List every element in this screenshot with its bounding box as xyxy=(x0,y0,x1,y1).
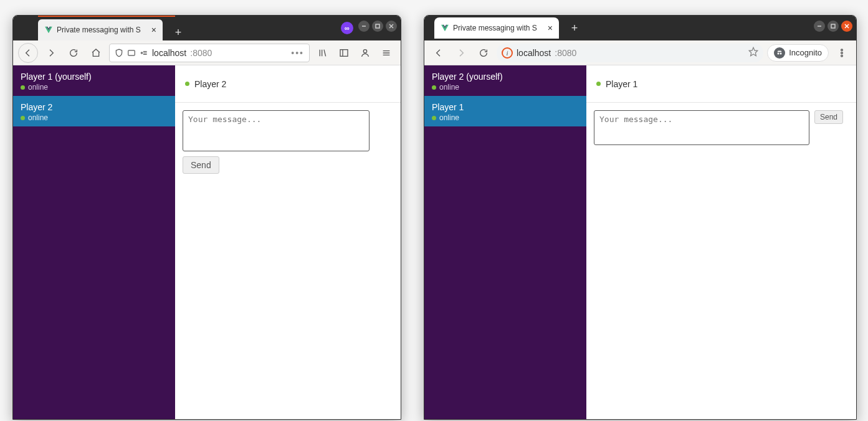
online-dot-icon xyxy=(21,116,25,120)
new-tab-button[interactable]: + xyxy=(566,20,583,36)
tab-strip: Private messaging with S × + ∞ xyxy=(13,16,401,40)
svg-line-11 xyxy=(324,49,326,56)
status-row: online xyxy=(21,83,168,92)
app-content: Player 1 (yourself) online Player 2 onli… xyxy=(13,65,401,419)
reload-button[interactable] xyxy=(64,44,83,62)
incognito-badge[interactable]: Incognito xyxy=(767,44,829,62)
vue-icon xyxy=(44,26,53,34)
svg-point-14 xyxy=(363,49,366,52)
chat-main: Player 1 Send xyxy=(586,65,856,419)
url-actions-icon[interactable]: ••• xyxy=(291,48,304,58)
svg-rect-12 xyxy=(340,49,348,56)
minimize-button[interactable] xyxy=(358,21,370,32)
message-input[interactable] xyxy=(594,110,809,145)
online-dot-icon xyxy=(596,82,601,86)
maximize-button[interactable] xyxy=(372,21,383,32)
home-button[interactable] xyxy=(87,44,105,62)
browser-tab[interactable]: Private messaging with S × xyxy=(38,19,163,40)
back-button[interactable] xyxy=(18,43,38,63)
user-name-label: Player 1 xyxy=(432,102,579,112)
send-button[interactable]: Send xyxy=(183,156,219,174)
online-dot-icon xyxy=(185,82,189,86)
extension-badge-icon[interactable]: ∞ xyxy=(341,22,353,34)
svg-marker-22 xyxy=(750,47,758,55)
url-bar[interactable]: i localhost:8080 xyxy=(497,44,763,62)
app-content: Player 2 (yourself) online Player 1 onli… xyxy=(424,65,856,419)
minimize-button[interactable] xyxy=(814,21,825,32)
site-info-icon[interactable]: i xyxy=(502,47,513,59)
back-button[interactable] xyxy=(429,44,448,62)
url-host-text: localhost xyxy=(152,48,186,58)
close-tab-icon[interactable]: × xyxy=(151,26,156,34)
account-button[interactable] xyxy=(356,44,374,62)
status-label: online xyxy=(28,83,48,92)
status-row: online xyxy=(432,113,579,122)
user-name-label: Player 1 (yourself) xyxy=(21,72,168,82)
compose-area: Send xyxy=(586,103,856,153)
user-name-label: Player 2 (yourself) xyxy=(432,72,579,82)
status-label: online xyxy=(439,113,459,122)
status-label: online xyxy=(28,113,48,122)
svg-rect-4 xyxy=(128,50,135,55)
shield-icon[interactable] xyxy=(115,49,123,57)
menu-button[interactable] xyxy=(832,44,851,62)
chat-recipient-name: Player 2 xyxy=(194,79,226,89)
svg-point-5 xyxy=(141,52,142,53)
browser-toolbar: localhost:8080 ••• xyxy=(13,40,401,65)
close-window-button[interactable] xyxy=(841,21,852,32)
chat-header: Player 2 xyxy=(175,65,401,103)
svg-rect-19 xyxy=(831,24,835,28)
permissions-icon[interactable] xyxy=(140,49,148,57)
send-button[interactable]: Send xyxy=(814,110,843,124)
online-dot-icon xyxy=(21,85,25,90)
vue-icon xyxy=(441,24,449,32)
status-row: online xyxy=(432,83,579,92)
close-window-button[interactable] xyxy=(386,21,397,32)
browser-toolbar: i localhost:8080 Incognito xyxy=(424,40,856,65)
new-tab-button[interactable]: + xyxy=(170,24,186,40)
info-icon[interactable] xyxy=(127,49,136,57)
sidebar-user-player1[interactable]: Player 1 online xyxy=(424,96,586,126)
browser-window-firefox: Private messaging with S × + ∞ localhost… xyxy=(12,15,401,420)
users-sidebar: Player 1 (yourself) online Player 2 onli… xyxy=(13,65,175,419)
online-dot-icon xyxy=(432,85,436,90)
menu-button[interactable] xyxy=(377,44,396,62)
sidebar-user-self[interactable]: Player 1 (yourself) online xyxy=(13,65,175,96)
browser-window-chrome: Private messaging with S × + i localhost… xyxy=(424,15,857,420)
online-dot-icon xyxy=(432,116,436,120)
url-host-text: localhost xyxy=(517,48,551,58)
url-port-text: :8080 xyxy=(190,48,212,58)
user-name-label: Player 2 xyxy=(21,102,168,112)
message-input[interactable] xyxy=(183,110,370,151)
maximize-button[interactable] xyxy=(827,21,839,32)
reload-button[interactable] xyxy=(474,44,493,62)
sidebar-button[interactable] xyxy=(335,44,353,62)
forward-button[interactable] xyxy=(42,44,60,62)
tab-strip: Private messaging with S × + xyxy=(424,16,856,40)
svg-point-26 xyxy=(841,52,843,54)
browser-tab[interactable]: Private messaging with S × xyxy=(434,17,559,39)
close-tab-icon[interactable]: × xyxy=(548,24,553,32)
compose-area: Send xyxy=(175,103,401,181)
bookmark-star-icon[interactable] xyxy=(748,47,758,59)
svg-point-23 xyxy=(778,52,780,54)
window-controls xyxy=(814,21,852,32)
tab-title: Private messaging with S xyxy=(57,26,148,34)
svg-point-27 xyxy=(841,55,843,57)
status-label: online xyxy=(439,83,459,92)
url-port-text: :8080 xyxy=(555,48,576,58)
svg-point-24 xyxy=(780,52,782,54)
svg-rect-1 xyxy=(376,24,379,28)
status-row: online xyxy=(21,113,168,122)
sidebar-user-player2[interactable]: Player 2 online xyxy=(13,96,175,126)
window-controls xyxy=(358,21,397,32)
sidebar-user-self[interactable]: Player 2 (yourself) online xyxy=(424,65,586,96)
url-bar[interactable]: localhost:8080 ••• xyxy=(109,44,310,62)
tab-accent xyxy=(38,16,175,17)
library-button[interactable] xyxy=(313,44,332,62)
forward-button[interactable] xyxy=(452,44,470,62)
incognito-label: Incognito xyxy=(789,48,822,57)
users-sidebar: Player 2 (yourself) online Player 1 onli… xyxy=(424,65,586,419)
tab-title: Private messaging with S xyxy=(453,24,544,32)
incognito-icon xyxy=(774,47,785,59)
